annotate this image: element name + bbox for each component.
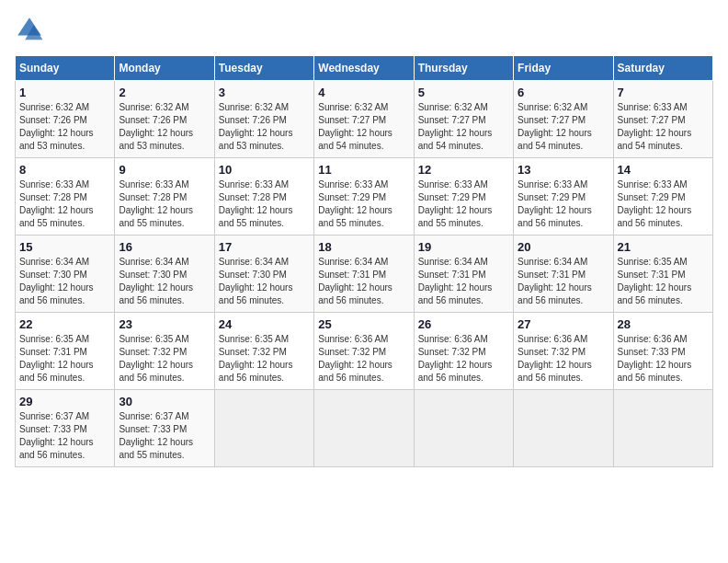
cell-daylight: Daylight: 12 hours and 56 minutes.	[518, 282, 609, 307]
cell-sunrise: Sunrise: 6:35 AM	[219, 333, 310, 346]
calendar-cell: 28 Sunrise: 6:36 AM Sunset: 7:33 PM Dayl…	[613, 313, 712, 390]
logo-icon	[15, 15, 44, 44]
cell-info: Sunrise: 6:33 AM Sunset: 7:27 PM Dayligh…	[618, 101, 709, 153]
cell-sunset: Sunset: 7:31 PM	[518, 269, 609, 282]
calendar-cell	[314, 390, 414, 467]
cell-info: Sunrise: 6:33 AM Sunset: 7:29 PM Dayligh…	[418, 178, 509, 230]
cell-daylight: Daylight: 12 hours and 56 minutes.	[518, 359, 609, 385]
cell-date: 4	[318, 86, 409, 99]
cell-sunrise: Sunrise: 6:34 AM	[418, 256, 509, 269]
cell-info: Sunrise: 6:34 AM Sunset: 7:31 PM Dayligh…	[518, 256, 609, 307]
cell-sunrise: Sunrise: 6:32 AM	[418, 101, 509, 114]
calendar-cell: 29 Sunrise: 6:37 AM Sunset: 7:33 PM Dayl…	[16, 390, 115, 467]
cell-date: 20	[518, 240, 609, 254]
cell-daylight: Daylight: 12 hours and 54 minutes.	[318, 127, 409, 153]
calendar-table: SundayMondayTuesdayWednesdayThursdayFrid…	[15, 55, 713, 467]
calendar-cell: 13 Sunrise: 6:33 AM Sunset: 7:29 PM Dayl…	[514, 158, 613, 236]
cell-daylight: Daylight: 12 hours and 54 minutes.	[418, 127, 509, 153]
cell-sunset: Sunset: 7:27 PM	[418, 114, 509, 127]
header-row: SundayMondayTuesdayWednesdayThursdayFrid…	[16, 56, 713, 81]
cell-date: 13	[518, 163, 609, 177]
cell-date: 26	[418, 317, 509, 331]
cell-date: 17	[219, 240, 310, 254]
header-cell-friday: Friday	[514, 56, 613, 81]
cell-daylight: Daylight: 12 hours and 56 minutes.	[19, 436, 110, 462]
cell-sunset: Sunset: 7:29 PM	[618, 191, 709, 204]
cell-sunset: Sunset: 7:32 PM	[318, 346, 409, 359]
cell-sunset: Sunset: 7:28 PM	[119, 191, 210, 204]
calendar-cell: 27 Sunrise: 6:36 AM Sunset: 7:32 PM Dayl…	[514, 313, 613, 390]
cell-sunset: Sunset: 7:28 PM	[219, 191, 310, 204]
cell-date: 29	[19, 395, 110, 408]
cell-sunrise: Sunrise: 6:33 AM	[418, 178, 509, 191]
cell-sunrise: Sunrise: 6:32 AM	[518, 101, 609, 114]
cell-info: Sunrise: 6:35 AM Sunset: 7:32 PM Dayligh…	[119, 333, 210, 385]
calendar-cell: 23 Sunrise: 6:35 AM Sunset: 7:32 PM Dayl…	[115, 313, 214, 390]
calendar-cell	[214, 390, 313, 467]
cell-sunrise: Sunrise: 6:32 AM	[318, 101, 409, 114]
cell-date: 9	[119, 163, 210, 177]
cell-info: Sunrise: 6:33 AM Sunset: 7:29 PM Dayligh…	[618, 178, 709, 230]
cell-info: Sunrise: 6:32 AM Sunset: 7:26 PM Dayligh…	[119, 101, 210, 153]
header-cell-wednesday: Wednesday	[314, 56, 414, 81]
calendar-cell: 8 Sunrise: 6:33 AM Sunset: 7:28 PM Dayli…	[16, 158, 115, 236]
cell-sunrise: Sunrise: 6:35 AM	[618, 256, 709, 269]
cell-date: 30	[119, 395, 210, 408]
cell-sunrise: Sunrise: 6:35 AM	[19, 333, 110, 346]
cell-info: Sunrise: 6:32 AM Sunset: 7:27 PM Dayligh…	[318, 101, 409, 153]
calendar-cell: 19 Sunrise: 6:34 AM Sunset: 7:31 PM Dayl…	[414, 236, 513, 313]
calendar-week-4: 22 Sunrise: 6:35 AM Sunset: 7:31 PM Dayl…	[16, 313, 713, 390]
cell-daylight: Daylight: 12 hours and 55 minutes.	[19, 204, 110, 230]
cell-info: Sunrise: 6:36 AM Sunset: 7:32 PM Dayligh…	[518, 333, 609, 385]
calendar-week-1: 1 Sunrise: 6:32 AM Sunset: 7:26 PM Dayli…	[16, 81, 713, 158]
cell-info: Sunrise: 6:33 AM Sunset: 7:29 PM Dayligh…	[518, 178, 609, 230]
cell-sunset: Sunset: 7:29 PM	[418, 191, 509, 204]
cell-daylight: Daylight: 12 hours and 56 minutes.	[618, 359, 709, 385]
cell-daylight: Daylight: 12 hours and 55 minutes.	[318, 204, 409, 230]
cell-info: Sunrise: 6:33 AM Sunset: 7:28 PM Dayligh…	[119, 178, 210, 230]
calendar-cell: 30 Sunrise: 6:37 AM Sunset: 7:33 PM Dayl…	[115, 390, 214, 467]
cell-sunset: Sunset: 7:27 PM	[318, 114, 409, 127]
cell-sunset: Sunset: 7:26 PM	[19, 114, 110, 127]
cell-info: Sunrise: 6:34 AM Sunset: 7:30 PM Dayligh…	[219, 256, 310, 307]
cell-sunset: Sunset: 7:30 PM	[219, 269, 310, 282]
cell-date: 18	[318, 240, 409, 254]
cell-date: 21	[618, 240, 709, 254]
cell-daylight: Daylight: 12 hours and 53 minutes.	[119, 127, 210, 153]
calendar-cell: 15 Sunrise: 6:34 AM Sunset: 7:30 PM Dayl…	[16, 236, 115, 313]
header-cell-tuesday: Tuesday	[214, 56, 313, 81]
cell-info: Sunrise: 6:34 AM Sunset: 7:30 PM Dayligh…	[119, 256, 210, 307]
cell-daylight: Daylight: 12 hours and 56 minutes.	[19, 282, 110, 307]
cell-daylight: Daylight: 12 hours and 55 minutes.	[119, 436, 210, 462]
cell-sunset: Sunset: 7:29 PM	[518, 191, 609, 204]
cell-date: 3	[219, 86, 310, 99]
cell-date: 7	[618, 86, 709, 99]
cell-sunrise: Sunrise: 6:36 AM	[418, 333, 509, 346]
cell-sunset: Sunset: 7:33 PM	[618, 346, 709, 359]
calendar-body: 1 Sunrise: 6:32 AM Sunset: 7:26 PM Dayli…	[16, 81, 713, 467]
calendar-cell: 2 Sunrise: 6:32 AM Sunset: 7:26 PM Dayli…	[115, 81, 214, 158]
cell-info: Sunrise: 6:35 AM Sunset: 7:32 PM Dayligh…	[219, 333, 310, 385]
cell-info: Sunrise: 6:33 AM Sunset: 7:28 PM Dayligh…	[219, 178, 310, 230]
calendar-week-3: 15 Sunrise: 6:34 AM Sunset: 7:30 PM Dayl…	[16, 236, 713, 313]
header-cell-monday: Monday	[115, 56, 214, 81]
cell-sunset: Sunset: 7:32 PM	[219, 346, 310, 359]
calendar-cell: 5 Sunrise: 6:32 AM Sunset: 7:27 PM Dayli…	[414, 81, 513, 158]
calendar-cell: 24 Sunrise: 6:35 AM Sunset: 7:32 PM Dayl…	[214, 313, 313, 390]
cell-info: Sunrise: 6:32 AM Sunset: 7:26 PM Dayligh…	[19, 101, 110, 153]
cell-sunrise: Sunrise: 6:32 AM	[119, 101, 210, 114]
cell-info: Sunrise: 6:36 AM Sunset: 7:32 PM Dayligh…	[318, 333, 409, 385]
cell-sunset: Sunset: 7:27 PM	[518, 114, 609, 127]
calendar-cell: 21 Sunrise: 6:35 AM Sunset: 7:31 PM Dayl…	[613, 236, 712, 313]
cell-info: Sunrise: 6:33 AM Sunset: 7:29 PM Dayligh…	[318, 178, 409, 230]
cell-date: 16	[119, 240, 210, 254]
cell-daylight: Daylight: 12 hours and 55 minutes.	[119, 204, 210, 230]
cell-info: Sunrise: 6:35 AM Sunset: 7:31 PM Dayligh…	[618, 256, 709, 307]
cell-sunset: Sunset: 7:26 PM	[219, 114, 310, 127]
cell-date: 15	[19, 240, 110, 254]
cell-sunset: Sunset: 7:31 PM	[618, 269, 709, 282]
cell-sunset: Sunset: 7:33 PM	[119, 423, 210, 436]
cell-sunrise: Sunrise: 6:33 AM	[618, 178, 709, 191]
calendar-cell	[514, 390, 613, 467]
header-cell-thursday: Thursday	[414, 56, 513, 81]
